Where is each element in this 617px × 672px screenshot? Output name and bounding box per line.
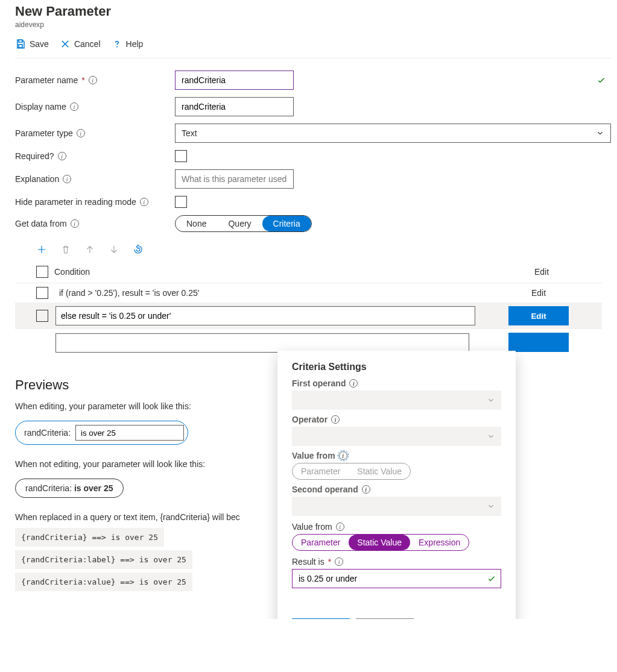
preview-pill2-label: randCriteria: xyxy=(25,483,72,493)
pill-parameter2[interactable]: Parameter xyxy=(293,535,349,550)
pill-query[interactable]: Query xyxy=(217,216,262,231)
explanation-label-text: Explanation xyxy=(15,174,59,184)
info-icon[interactable]: i xyxy=(362,485,370,494)
display-name-input[interactable] xyxy=(175,97,294,116)
param-type-select[interactable]: Text xyxy=(175,124,611,143)
cancel-button[interactable]: Cancel xyxy=(356,618,414,619)
info-icon[interactable]: i xyxy=(77,129,85,137)
form: Parameter name * i Display name i Parame… xyxy=(15,67,617,236)
result-is-text: Result is xyxy=(292,557,324,567)
required-label: Required? i xyxy=(15,151,175,161)
required-label-text: Required? xyxy=(15,151,54,161)
chevron-down-icon xyxy=(487,432,495,441)
code-preview-3: {randCriteria:value} ==> is over 25 xyxy=(15,573,192,591)
condition-text: if (rand > '0.25'), result = 'is over 0.… xyxy=(59,288,475,298)
hide-label: Hide parameter in reading mode i xyxy=(15,197,175,207)
grid-row: if (rand > '0.25'), result = 'is over 0.… xyxy=(15,283,602,303)
preview-pill-input[interactable] xyxy=(75,425,184,441)
value-from-pills: Parameter Static Value xyxy=(292,463,411,480)
row-checkbox[interactable] xyxy=(36,310,48,322)
ok-button[interactable]: OK xyxy=(292,618,350,619)
help-icon xyxy=(112,39,122,49)
first-operand-text: First operand xyxy=(292,378,346,388)
condition-header: Condition xyxy=(54,267,481,277)
info-icon[interactable]: i xyxy=(349,379,358,388)
info-icon[interactable]: i xyxy=(336,523,344,531)
result-is-label: Result is * i xyxy=(292,557,501,567)
cancel-button[interactable]: Cancel xyxy=(60,39,101,49)
code-preview-2: {randCriteria:label} ==> is over 25 xyxy=(15,550,192,569)
param-type-value: Text xyxy=(182,128,197,138)
pill-static2[interactable]: Static Value xyxy=(349,535,410,550)
save-button[interactable]: Save xyxy=(15,39,49,49)
value-from2-text: Value from xyxy=(292,522,332,532)
close-icon xyxy=(60,39,71,49)
info-icon[interactable]: i xyxy=(63,175,71,183)
preview-pill-label: randCriteria: xyxy=(24,428,71,438)
arrow-down-icon[interactable] xyxy=(109,244,119,255)
save-label: Save xyxy=(30,39,49,49)
preview-pill2-value: is over 25 xyxy=(74,483,113,493)
required-asterisk: * xyxy=(328,557,331,567)
preview-readonly-pill: randCriteria: is over 25 xyxy=(15,479,124,498)
edit-button[interactable]: Edit xyxy=(508,306,569,325)
arrow-up-icon[interactable] xyxy=(84,244,95,255)
explanation-input[interactable] xyxy=(175,169,294,189)
value-from2-label: Value from i xyxy=(292,522,501,532)
edit-button-empty[interactable] xyxy=(508,333,569,352)
first-operand-select xyxy=(292,391,501,410)
criteria-settings-popup: Criteria Settings First operand i Operat… xyxy=(277,351,516,619)
condition-input-empty[interactable] xyxy=(55,333,469,353)
pill-criteria[interactable]: Criteria xyxy=(262,216,311,231)
cancel-label: Cancel xyxy=(74,39,101,49)
info-icon[interactable]: i xyxy=(58,152,66,160)
delete-icon[interactable] xyxy=(60,244,71,255)
pill-static: Static Value xyxy=(349,463,410,479)
pill-parameter: Parameter xyxy=(293,463,349,479)
pill-expression[interactable]: Expression xyxy=(410,535,469,550)
preview-editing-pill: randCriteria: xyxy=(15,421,188,445)
info-icon[interactable]: i xyxy=(331,415,340,424)
pill-none[interactable]: None xyxy=(176,216,217,231)
refresh-icon[interactable] xyxy=(133,244,144,255)
operator-text: Operator xyxy=(292,415,327,424)
chevron-down-icon xyxy=(596,129,604,137)
info-icon[interactable]: i xyxy=(140,198,148,206)
info-icon[interactable]: i xyxy=(335,557,343,566)
required-checkbox[interactable] xyxy=(175,150,187,162)
info-icon[interactable]: i xyxy=(71,219,79,228)
param-type-label: Parameter type i xyxy=(15,128,175,138)
toolbar: Save Cancel Help xyxy=(15,29,611,58)
info-icon[interactable]: i xyxy=(339,451,347,460)
help-button[interactable]: Help xyxy=(112,39,144,49)
param-name-input[interactable] xyxy=(175,71,294,90)
check-icon xyxy=(487,574,496,583)
param-type-label-text: Parameter type xyxy=(15,128,73,138)
svg-point-2 xyxy=(116,46,117,47)
panel-header: New Parameter aidevexp xyxy=(15,0,617,29)
page-title: New Parameter xyxy=(15,4,617,19)
edit-link[interactable]: Edit xyxy=(531,288,546,298)
second-operand-select xyxy=(292,497,501,516)
grid-header: Condition Edit xyxy=(15,261,602,283)
required-asterisk: * xyxy=(81,75,84,85)
param-name-label-text: Parameter name xyxy=(15,75,78,85)
save-icon xyxy=(15,39,26,49)
info-icon[interactable]: i xyxy=(89,76,97,84)
info-icon[interactable]: i xyxy=(70,102,78,111)
first-operand-label: First operand i xyxy=(292,378,501,388)
second-operand-label: Second operand i xyxy=(292,485,501,494)
check-icon xyxy=(596,75,606,85)
result-input[interactable] xyxy=(292,569,501,588)
display-name-label: Display name i xyxy=(15,102,175,111)
add-icon[interactable] xyxy=(36,244,47,255)
select-all-checkbox[interactable] xyxy=(36,266,48,278)
hide-checkbox[interactable] xyxy=(175,196,187,208)
row-checkbox[interactable] xyxy=(36,287,48,299)
condition-input[interactable] xyxy=(55,306,475,325)
get-data-label-text: Get data from xyxy=(15,219,67,228)
svg-rect-0 xyxy=(19,40,22,42)
value-from2-pills: Parameter Static Value Expression xyxy=(292,534,469,551)
help-label: Help xyxy=(126,39,144,49)
popup-title: Criteria Settings xyxy=(292,362,501,372)
